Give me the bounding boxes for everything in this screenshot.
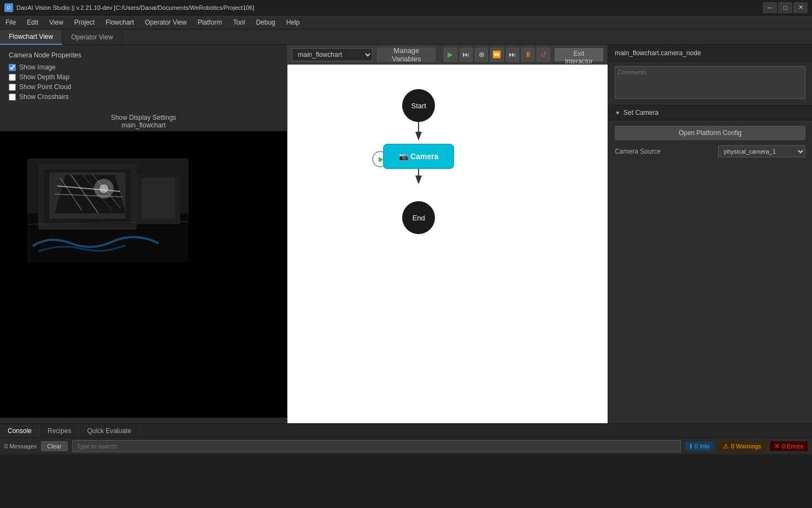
menu-help[interactable]: Help xyxy=(281,16,305,28)
error-icon: ✕ xyxy=(774,442,780,450)
errors-count: 0 Errors xyxy=(782,443,803,449)
exit-interactor-button[interactable]: Exit Interactor xyxy=(555,48,604,61)
right-panel: main_flowchart.camera_node ▼ Set Camera … xyxy=(608,45,812,423)
svg-marker-5 xyxy=(55,175,126,213)
menu-tool[interactable]: Tool xyxy=(227,16,250,28)
menu-project[interactable]: Project xyxy=(69,16,100,28)
flowchart-selector[interactable]: main_flowchart xyxy=(292,48,373,61)
tab-operator-view[interactable]: Operator View xyxy=(62,30,122,44)
info-filter-badge[interactable]: ℹ 0 Info xyxy=(685,441,714,451)
console-content[interactable] xyxy=(0,455,812,508)
show-crosshairs-checkbox[interactable] xyxy=(9,94,16,101)
manage-variables-button[interactable]: Manage Variables xyxy=(377,48,436,62)
console-toolbar: 0 Messages Clear ℹ 0 Info ⚠ 0 Warnings ✕… xyxy=(0,438,812,455)
tab-flowchart-view[interactable]: Flowchart View xyxy=(0,30,62,45)
console-tab-quick-evaluate[interactable]: Quick Evaluate xyxy=(79,425,139,437)
end-node[interactable]: End xyxy=(402,201,435,234)
warning-icon: ⚠ xyxy=(723,442,729,450)
menu-flowchart[interactable]: Flowchart xyxy=(100,16,139,28)
checkbox-show-depth-map: Show Depth Map xyxy=(9,73,278,81)
warnings-filter-badge[interactable]: ⚠ 0 Warnings xyxy=(719,441,766,451)
show-point-cloud-checkbox[interactable] xyxy=(9,84,16,91)
camera-source-row: Camera Source physical_camera_1 physical… xyxy=(615,145,805,157)
camera-icon: 📷 xyxy=(399,152,408,161)
flowchart-toolbar: main_flowchart Manage Variables ▶ ⏭ ⊕ ⏩ … xyxy=(287,45,608,65)
set-camera-section-header[interactable]: ▼ Set Camera xyxy=(608,105,812,120)
main-content: Camera Node Properites Show Image Show D… xyxy=(0,45,812,423)
show-image-checkbox[interactable] xyxy=(9,64,16,71)
end-button[interactable]: ⏭ xyxy=(506,48,519,62)
titlebar: D DaoAI Vision Studio || v.2.21.10-dev [… xyxy=(0,0,812,15)
camera-source-select[interactable]: physical_camera_1 physical_camera_2 virt… xyxy=(718,145,805,157)
titlebar-left: D DaoAI Vision Studio || v.2.21.10-dev [… xyxy=(4,3,255,12)
camera-image-display xyxy=(0,131,287,418)
right-panel-header: main_flowchart.camera_node xyxy=(608,45,812,62)
pause-button[interactable]: ⏸ xyxy=(521,48,534,62)
menubar: File Edit View Project Flowchart Operato… xyxy=(0,15,812,30)
console-tabs: Console Recipes Quick Evaluate xyxy=(0,424,812,438)
comments-textarea[interactable] xyxy=(615,66,805,99)
insert-node-button[interactable]: ⊕ xyxy=(475,48,488,62)
svg-point-13 xyxy=(99,184,108,193)
show-point-cloud-label: Show Point Cloud xyxy=(19,83,71,91)
console-search-input[interactable] xyxy=(72,440,681,452)
clear-button[interactable]: Clear xyxy=(41,441,67,451)
flowchart-label: main_flowchart xyxy=(121,121,166,129)
center-panel: main_flowchart Manage Variables ▶ ⏭ ⊕ ⏩ … xyxy=(287,45,608,423)
titlebar-title: DaoAI Vision Studio || v.2.21.10-dev [C:… xyxy=(16,4,255,11)
checkbox-show-image: Show Image xyxy=(9,63,278,71)
menu-file[interactable]: File xyxy=(0,16,21,28)
set-camera-section-body: Open Platform Config Camera Source physi… xyxy=(608,120,812,166)
horizontal-scrollbar[interactable] xyxy=(0,418,287,423)
svg-rect-16 xyxy=(142,178,175,219)
minimize-button[interactable]: ─ xyxy=(763,2,777,13)
set-camera-label: Set Camera xyxy=(623,109,658,116)
console-tab-console[interactable]: Console xyxy=(0,425,40,437)
menu-platform[interactable]: Platform xyxy=(192,16,228,28)
console-tab-recipes[interactable]: Recipes xyxy=(40,425,79,437)
checkbox-show-crosshairs: Show Crosshairs xyxy=(9,93,278,101)
show-depth-map-checkbox[interactable] xyxy=(9,74,16,81)
display-settings: Show Display Settings main_flowchart xyxy=(0,109,287,131)
show-image-label: Show Image xyxy=(19,63,56,71)
maximize-button[interactable]: □ xyxy=(778,2,792,13)
open-platform-config-button[interactable]: Open Platform Config xyxy=(615,126,805,140)
close-button[interactable]: ✕ xyxy=(793,2,808,13)
messages-count-badge: 0 Messages xyxy=(4,443,37,449)
show-crosshairs-label: Show Crosshairs xyxy=(19,93,69,101)
titlebar-controls: ─ □ ✕ xyxy=(763,2,808,13)
display-settings-label: Show Display Settings xyxy=(111,114,176,121)
set-camera-arrow-icon: ▼ xyxy=(615,110,620,116)
step-button[interactable]: ⏩ xyxy=(490,48,503,62)
menu-edit[interactable]: Edit xyxy=(21,16,44,28)
info-icon: ℹ xyxy=(690,442,692,450)
comments-section xyxy=(608,62,812,105)
menu-debug[interactable]: Debug xyxy=(250,16,280,28)
app-icon: D xyxy=(4,3,13,12)
menu-operator-view[interactable]: Operator View xyxy=(139,16,192,28)
flowchart-connectors xyxy=(287,65,608,423)
bottom-panel: Console Recipes Quick Evaluate 0 Message… xyxy=(0,423,812,508)
camera-properties: Camera Node Properites Show Image Show D… xyxy=(0,45,287,109)
camera-feed-svg xyxy=(27,159,189,262)
restart-button[interactable]: ↺ xyxy=(537,48,550,62)
camera-props-title: Camera Node Properites xyxy=(9,51,278,59)
checkbox-show-point-cloud: Show Point Cloud xyxy=(9,83,278,91)
show-depth-map-label: Show Depth Map xyxy=(19,73,69,81)
start-node[interactable]: Start xyxy=(402,89,435,122)
tabbar: Flowchart View Operator View xyxy=(0,30,812,45)
step-forward-button[interactable]: ⏭ xyxy=(460,48,473,62)
play-button[interactable]: ▶ xyxy=(444,48,457,62)
menu-view[interactable]: View xyxy=(44,16,69,28)
camera-source-label: Camera Source xyxy=(615,148,661,155)
info-count: 0 Info xyxy=(695,443,710,449)
left-panel: Camera Node Properites Show Image Show D… xyxy=(0,45,287,423)
errors-filter-badge[interactable]: ✕ 0 Errors xyxy=(770,441,808,451)
flowchart-canvas: Start ▶ 📷 Camera End xyxy=(287,65,608,423)
camera-node[interactable]: 📷 Camera xyxy=(383,144,454,169)
camera-view xyxy=(0,131,287,418)
warnings-count: 0 Warnings xyxy=(731,443,761,449)
